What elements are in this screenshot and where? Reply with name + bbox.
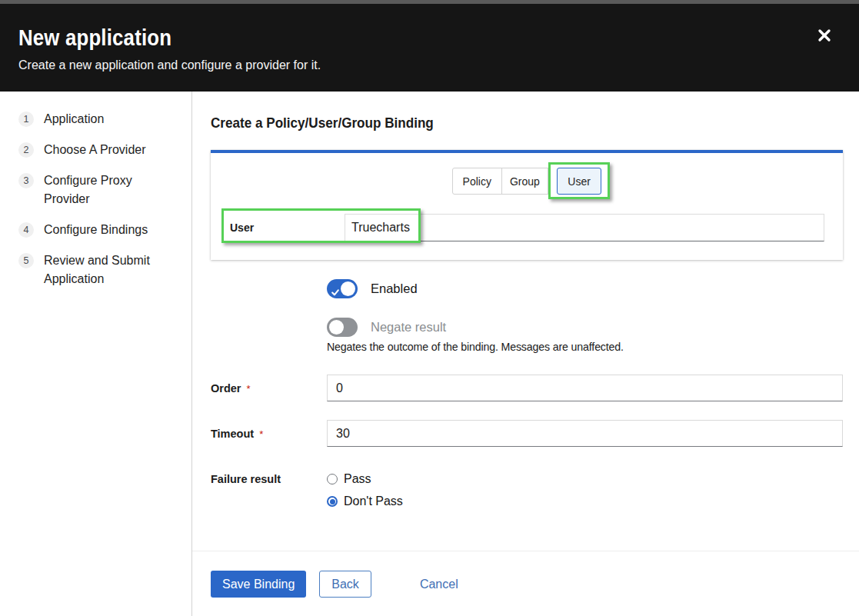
binding-form-title: Create a Policy/User/Group Binding	[211, 115, 780, 131]
step-number: 5	[18, 253, 34, 268]
step-number: 1	[18, 112, 34, 127]
toggle-knob	[329, 320, 344, 335]
radio-dont-pass[interactable]	[327, 496, 338, 507]
step-number: 2	[18, 142, 34, 158]
failure-result-form-row: Failure result Pass Don't Pass	[211, 470, 843, 511]
footer-actions: Save Binding Back Cancel	[211, 571, 843, 598]
binding-target-panel: Policy Group User User Truecharts	[211, 150, 843, 260]
user-field-label: User	[223, 214, 345, 241]
step-item-review-submit[interactable]: 5 Review and Submit Application	[18, 251, 191, 288]
negate-result-toggle[interactable]	[327, 318, 358, 337]
negate-result-label: Negate result	[371, 320, 446, 335]
close-button[interactable]	[815, 27, 834, 45]
user-select-value: Truecharts	[351, 221, 410, 235]
step-number: 3	[18, 173, 34, 188]
step-item-configure-bindings[interactable]: 4 Configure Bindings	[18, 221, 191, 239]
close-icon	[817, 33, 831, 45]
step-label: Configure Bindings	[44, 221, 176, 239]
step-label: Review and Submit Application	[44, 251, 176, 288]
negate-switch-row: Negate result	[327, 318, 843, 337]
save-binding-button[interactable]: Save Binding	[211, 571, 306, 598]
radio-option-pass[interactable]: Pass	[327, 470, 403, 488]
step-label: Configure Proxy Provider	[44, 171, 176, 208]
user-select[interactable]: Truecharts	[345, 214, 824, 241]
order-input[interactable]	[327, 375, 843, 401]
wizard-header: New application Create a new application…	[0, 4, 859, 92]
step-item-configure-proxy-provider[interactable]: 3 Configure Proxy Provider	[18, 171, 191, 208]
binding-type-toggle-group: Policy Group User	[211, 168, 843, 195]
timeout-label: Timeout*	[211, 428, 327, 440]
wizard-title: New application	[18, 4, 767, 51]
failure-result-label: Failure result	[211, 470, 327, 488]
step-number: 4	[18, 222, 34, 238]
step-item-application[interactable]: 1 Application	[18, 110, 191, 128]
toggle-knob	[341, 281, 355, 296]
radio-pass[interactable]	[327, 474, 338, 484]
radio-dont-pass-label: Don't Pass	[344, 494, 403, 508]
negate-result-help-text: Negates the outcome of the binding. Mess…	[327, 341, 843, 353]
order-form-row: Order*	[211, 375, 843, 401]
radio-option-dont-pass[interactable]: Don't Pass	[327, 492, 403, 511]
timeout-form-row: Timeout*	[211, 420, 843, 447]
tab-user[interactable]: User	[557, 168, 602, 195]
enabled-label: Enabled	[371, 281, 418, 296]
required-asterisk: *	[247, 383, 251, 395]
enabled-toggle[interactable]	[327, 279, 358, 298]
tab-policy[interactable]: Policy	[452, 168, 502, 195]
order-label: Order*	[211, 382, 327, 395]
tab-group[interactable]: Group	[501, 168, 548, 195]
cancel-button[interactable]: Cancel	[420, 571, 458, 598]
check-icon	[331, 285, 339, 299]
footer-separator	[192, 551, 859, 551]
wizard-content: Create a Policy/User/Group Binding Polic…	[192, 92, 859, 616]
back-button[interactable]: Back	[319, 571, 371, 598]
step-item-choose-provider[interactable]: 2 Choose A Provider	[18, 141, 191, 159]
wizard-description: Create a new application and configure a…	[18, 51, 859, 72]
timeout-input[interactable]	[327, 420, 843, 447]
enabled-switch-row: Enabled	[327, 279, 843, 298]
wizard-steps-nav: 1 Application 2 Choose A Provider 3 Conf…	[0, 92, 192, 616]
required-asterisk: *	[259, 428, 263, 440]
radio-pass-label: Pass	[344, 472, 371, 486]
step-label: Choose A Provider	[44, 141, 176, 159]
step-label: Application	[44, 110, 176, 128]
user-binding-row: User Truecharts	[223, 214, 824, 241]
failure-result-options: Pass Don't Pass	[327, 470, 403, 511]
